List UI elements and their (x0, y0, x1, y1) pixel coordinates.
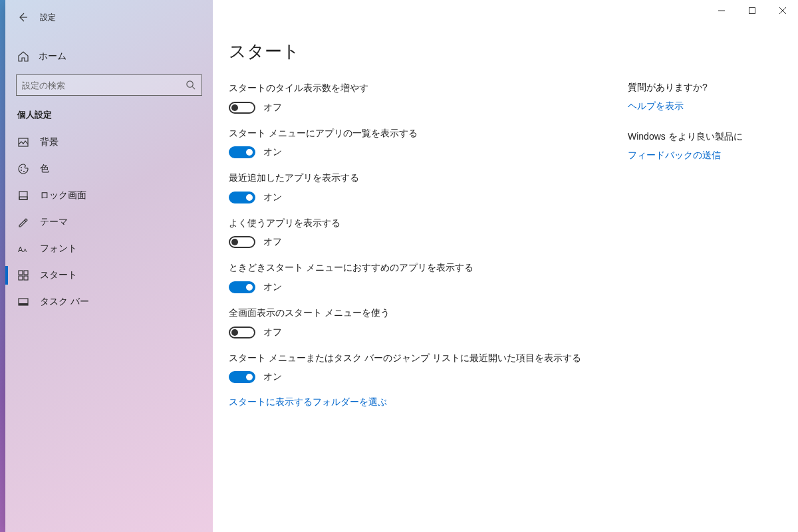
nav-label: ロック画面 (40, 190, 86, 201)
maximize-button[interactable] (737, 0, 767, 21)
svg-text:A: A (23, 247, 27, 253)
toggle-app-list[interactable] (229, 146, 255, 158)
setting-label: ときどきスタート メニューにおすすめのアプリを表示する (229, 261, 601, 275)
svg-rect-9 (19, 271, 23, 275)
toggle-state-text: オン (263, 192, 282, 203)
nav-item-fonts[interactable]: AA フォント (5, 235, 213, 262)
close-icon (779, 7, 786, 14)
palette-icon (17, 163, 29, 175)
window-title: 設定 (40, 12, 56, 23)
settings-window: 設定 ホーム 個人設定 背景 色 (5, 0, 798, 532)
nav-item-background[interactable]: 背景 (5, 129, 213, 156)
nav-item-themes[interactable]: テーマ (5, 209, 213, 235)
nav-label: タスク バー (40, 296, 89, 308)
toggle-suggestions[interactable] (229, 281, 255, 293)
svg-point-0 (187, 81, 193, 87)
svg-rect-14 (19, 303, 28, 305)
toggle-state-text: オン (263, 281, 282, 293)
taskbar-icon (17, 296, 29, 308)
nav-label: 色 (40, 163, 49, 175)
setting-more-tiles: スタートのタイル表示数を増やす オフ (229, 82, 601, 114)
nav-item-colors[interactable]: 色 (5, 156, 213, 182)
help-heading: 質問がありますか? (628, 82, 774, 94)
svg-point-3 (21, 170, 22, 171)
search-input[interactable] (22, 80, 186, 90)
feedback-link[interactable]: フィードバックの送信 (628, 150, 774, 162)
svg-rect-10 (24, 271, 28, 275)
setting-recently-added: 最近追加したアプリを表示する オン (229, 172, 601, 203)
toggle-state-text: オフ (263, 236, 282, 248)
home-nav[interactable]: ホーム (5, 43, 213, 70)
maximize-icon (749, 7, 755, 14)
setting-label: スタートのタイル表示数を増やす (229, 82, 601, 95)
feedback-heading: Windows をより良い製品に (628, 131, 774, 143)
setting-most-used: よく使うアプリを表示する オフ (229, 217, 601, 249)
setting-label: スタート メニューにアプリの一覧を表示する (229, 127, 601, 140)
theme-icon (17, 216, 29, 228)
close-button[interactable] (767, 0, 798, 21)
search-box[interactable] (16, 74, 202, 96)
nav-label: テーマ (40, 216, 68, 228)
search-icon (186, 80, 196, 90)
svg-rect-15 (749, 8, 755, 14)
toggle-state-text: オン (263, 371, 282, 383)
search-container (5, 70, 213, 102)
nav-item-start[interactable]: スタート (5, 262, 213, 289)
svg-rect-5 (19, 192, 27, 200)
titlebar-left: 設定 (5, 5, 213, 29)
arrow-left-icon (17, 12, 28, 23)
choose-folders-link[interactable]: スタートに表示するフォルダーを選ぶ (229, 396, 601, 408)
nav-item-taskbar[interactable]: タスク バー (5, 289, 213, 315)
toggle-recently-added[interactable] (229, 192, 255, 203)
toggle-state-text: オフ (263, 102, 282, 114)
setting-label: スタート メニューまたはタスク バーのジャンプ リストに最近開いた項目を表示する (229, 352, 601, 365)
help-link[interactable]: ヘルプを表示 (628, 100, 774, 112)
setting-label: 最近追加したアプリを表示する (229, 172, 601, 185)
setting-jumplist: スタート メニューまたはタスク バーのジャンプ リストに最近開いた項目を表示する… (229, 352, 601, 384)
svg-point-4 (23, 171, 25, 172)
home-label: ホーム (39, 51, 66, 63)
svg-rect-6 (19, 197, 27, 200)
toggle-state-text: オン (263, 146, 282, 158)
setting-app-list: スタート メニューにアプリの一覧を表示する オン (229, 127, 601, 159)
home-icon (17, 51, 29, 63)
back-button[interactable] (15, 9, 31, 25)
toggle-most-used[interactable] (229, 236, 255, 248)
nav-list: 背景 色 ロック画面 テーマ AA フォント スタート (5, 129, 213, 315)
nav-item-lockscreen[interactable]: ロック画面 (5, 182, 213, 209)
titlebar-controls (706, 0, 798, 21)
svg-rect-12 (24, 276, 28, 280)
setting-label: よく使うアプリを表示する (229, 217, 601, 230)
content-row: スタートのタイル表示数を増やす オフ スタート メニューにアプリの一覧を表示する… (229, 82, 782, 408)
page-title: スタート (229, 40, 782, 63)
toggle-jumplist[interactable] (229, 371, 255, 383)
setting-label: 全画面表示のスタート メニューを使う (229, 307, 601, 320)
sidebar-section-label: 個人設定 (5, 102, 213, 126)
lockscreen-icon (17, 190, 29, 201)
svg-text:A: A (18, 245, 23, 253)
svg-rect-11 (19, 276, 23, 280)
main-content: スタート スタートのタイル表示数を増やす オフ スタート メニューにアプリの一覧… (213, 0, 798, 532)
nav-label: フォント (40, 243, 77, 255)
start-icon (17, 269, 29, 281)
setting-fullscreen: 全画面表示のスタート メニューを使う オフ (229, 307, 601, 338)
minimize-button[interactable] (706, 0, 737, 21)
picture-icon (17, 136, 29, 148)
toggle-state-text: オフ (263, 327, 282, 338)
nav-label: スタート (40, 269, 77, 281)
settings-column: スタートのタイル表示数を増やす オフ スタート メニューにアプリの一覧を表示する… (229, 82, 601, 408)
minimize-icon (718, 7, 725, 14)
toggle-more-tiles[interactable] (229, 102, 255, 114)
sidebar: 設定 ホーム 個人設定 背景 色 (5, 0, 213, 532)
aside-column: 質問がありますか? ヘルプを表示 Windows をより良い製品に フィードバッ… (628, 82, 774, 408)
setting-suggestions: ときどきスタート メニューにおすすめのアプリを表示する オン (229, 261, 601, 293)
nav-label: 背景 (40, 136, 59, 148)
toggle-fullscreen[interactable] (229, 327, 255, 338)
svg-point-2 (21, 167, 22, 168)
font-icon: AA (17, 243, 29, 255)
